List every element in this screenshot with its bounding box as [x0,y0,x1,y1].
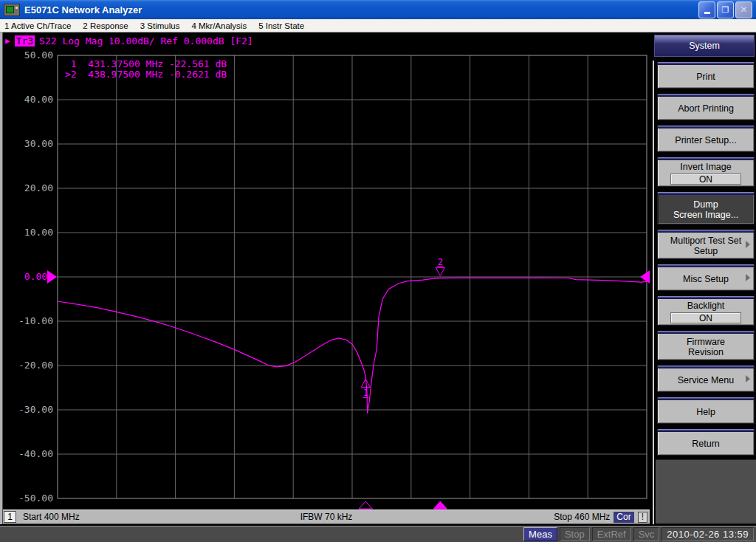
alert-badge: ! [638,512,647,523]
softkey-label: Printer Setup... [675,135,736,145]
status-indicator-svc: Svc [633,527,660,541]
title-bar: E5071C Network Analyzer ❐ ✕ [0,0,756,19]
channel-number-badge: 1 [4,511,16,523]
minimize-button[interactable] [698,1,715,18]
softkey-print[interactable]: Print [657,62,755,89]
ifbw-label: IFBW 70 kHz [300,512,353,522]
submenu-arrow-icon [746,375,750,383]
softkey-label: Setup [694,246,718,256]
softkey-label: Return [692,439,720,449]
marker-2-number: 2 [438,257,443,267]
softkey-backlight[interactable]: BacklightON [657,296,755,326]
grid-lines [58,55,647,498]
trace-name-badge[interactable]: Tr3 [15,35,35,47]
start-frequency-label: Start 400 MHz [23,512,80,522]
softkey-sidebar: System PrintAbort PrintingPrinter Setup.… [653,32,756,526]
softkey-return[interactable]: Return [657,429,755,456]
active-trace-arrow-icon: ▶ [5,36,10,46]
softkey-multiport-test-set-setup[interactable]: Multiport Test SetSetup [657,230,755,259]
app-icon [4,4,20,16]
softkey-label: Dump [693,199,718,210]
softkey-help[interactable]: Help [657,397,755,424]
softkey-dump-screen-image[interactable]: DumpScreen Image... [657,192,755,224]
sidebar-bottom-panel [656,459,756,524]
softkey-label: Misc Setup [683,274,729,284]
marker-1-number: 1 [363,388,368,398]
menu-1-active-ch-trace[interactable]: 1 Active Ch/Trace [4,21,71,30]
marker-1-stimulus-triangle[interactable] [359,501,372,509]
menu-4-mkr-analysis[interactable]: 4 Mkr/Analysis [191,21,247,30]
softkey-label: Service Menu [678,375,734,385]
trace-format-label: S22 Log Mag 10.00dB/ Ref 0.000dB [F2] [39,35,253,47]
softkey-label: Screen Image... [673,210,738,220]
menu-2-response[interactable]: 2 Response [83,21,128,30]
stop-frequency-label: Stop 460 MHz [554,512,610,522]
ref-level-marker-left [47,270,57,284]
softkey-menu-title: System [654,35,755,57]
marker-2-stimulus-triangle[interactable] [433,501,447,509]
submenu-arrow-icon [746,241,750,248]
softkey-label: Abort Printing [678,103,734,114]
menu-5-instr-state[interactable]: 5 Instr State [258,21,304,30]
softkey-service-menu[interactable]: Service Menu [657,366,755,392]
correction-badge: Cor [614,512,633,523]
status-indicator-meas: Meas [523,527,557,541]
sidebar-scroll-line [653,61,654,524]
instrument-status-bar: MeasStopExtRefSvc2010-02-26 13:59 [0,526,756,542]
softkey-label: Help [696,407,715,417]
e5071c-application-window: E5071C Network Analyzer ❐ ✕ 1 Active Ch/… [0,0,756,542]
softkey-toggle-state: ON [670,312,741,323]
menu-3-stimulus[interactable]: 3 Stimulus [140,21,180,30]
measurement-plot: 12 [46,48,659,513]
softkey-toggle-state: ON [670,174,741,185]
status-indicator-stop: Stop [560,527,590,541]
softkey-misc-setup[interactable]: Misc Setup [657,264,755,291]
softkey-abort-printing[interactable]: Abort Printing [657,94,755,120]
trace-header: ▶ Tr3 S22 Log Mag 10.00dB/ Ref 0.000dB [… [5,35,253,47]
status-datetime: 2010-02-26 13:59 [662,527,754,541]
softkey-label: Revision [688,347,724,357]
menu-bar: 1 Active Ch/Trace2 Response3 Stimulus4 M… [0,19,756,32]
softkey-firmware-revision[interactable]: FirmwareRevision [657,331,755,360]
softkey-printer-setup[interactable]: Printer Setup... [657,126,755,152]
status-indicator-extref: ExtRef [592,527,631,541]
softkey-label: Multiport Test Set [670,236,741,246]
marker-2-glyph[interactable] [436,268,444,276]
submenu-arrow-icon [746,274,750,281]
softkey-invert-image[interactable]: Invert ImageON [657,157,755,187]
restore-button[interactable]: ❐ [717,1,734,18]
softkey-label: Invert Image [680,162,731,172]
softkey-label: Backlight [687,301,725,311]
channel-status-bar: 1 Start 400 MHz IFBW 70 kHz Stop 460 MHz… [3,510,650,524]
softkey-label: Firmware [687,337,725,347]
softkey-label: Print [696,72,715,82]
close-button[interactable]: ✕ [735,1,752,18]
window-title: E5071C Network Analyzer [24,4,142,16]
